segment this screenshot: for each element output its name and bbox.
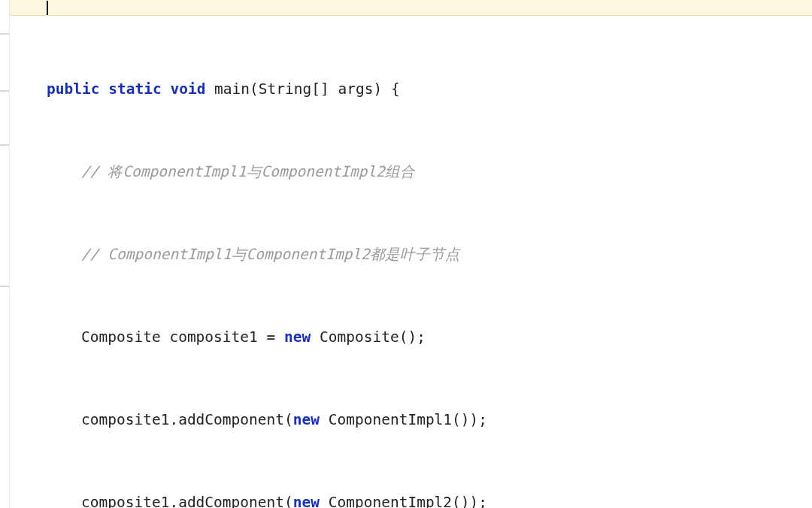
code-text: composite1.addComponent( [81,494,293,508]
keyword-public: public [47,80,99,98]
code-text [99,80,108,98]
keyword-new: new [293,411,320,428]
comment: // 将ComponentImpl1与ComponentImpl2组合 [81,163,415,180]
editor-highlight-banner [0,0,812,16]
code-line: composite1.addComponent(new ComponentImp… [47,407,514,434]
text-caret [47,1,48,15]
code-text: ComponentImpl2()); [320,494,487,508]
code-text: Composite composite1 = [81,328,284,346]
fold-mark-icon[interactable] [0,286,9,287]
code-text: main(String[] args) { [205,80,399,98]
keyword-new: new [284,328,311,346]
fold-mark-icon[interactable] [0,33,9,35]
code-line: composite1.addComponent(new ComponentImp… [47,489,514,508]
code-line: public static void main(String[] args) { [47,76,514,104]
code-line: Composite composite1 = new Composite(); [47,324,514,352]
code-line: // ComponentImpl1与ComponentImpl2都是叶子节点 [47,241,514,269]
code-text: composite1.addComponent( [81,411,293,428]
keyword-static: static [108,80,161,98]
code-text [162,80,171,98]
code-line: // 将ComponentImpl1与ComponentImpl2组合 [47,159,514,186]
code-text: Composite(); [311,328,426,346]
keyword-void: void [170,80,205,98]
fold-mark-icon[interactable] [0,90,9,92]
comment: // ComponentImpl1与ComponentImpl2都是叶子节点 [81,246,460,263]
code-text: ComponentImpl1()); [320,411,487,428]
editor-gutter[interactable] [0,0,10,508]
keyword-new: new [293,494,320,508]
code-editor-content[interactable]: public static void main(String[] args) {… [47,21,514,508]
fold-mark-icon[interactable] [0,144,9,146]
